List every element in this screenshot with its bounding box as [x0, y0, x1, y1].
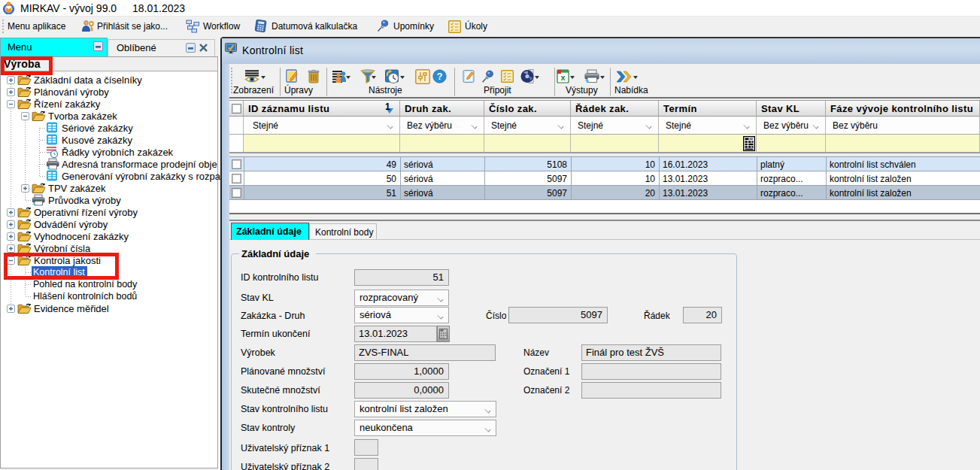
svg-text:?: ?	[437, 71, 443, 82]
svg-text:x: x	[560, 73, 566, 82]
